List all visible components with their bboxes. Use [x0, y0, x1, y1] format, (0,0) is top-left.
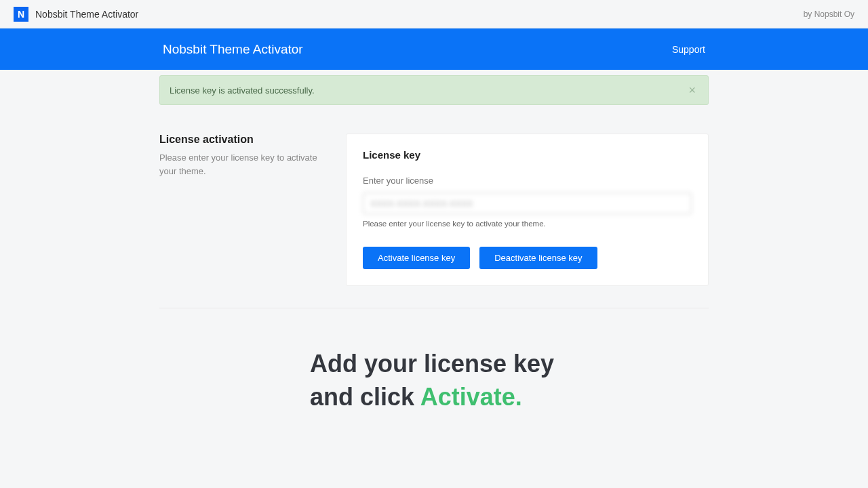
success-alert: License key is activated successfully. ×: [159, 75, 709, 105]
alert-message: License key is activated successfully.: [170, 85, 315, 96]
license-card: License key Enter your license Please en…: [346, 134, 709, 286]
main-header-inner: Nobsbit Theme Activator Support: [163, 42, 705, 57]
activation-section: License activation Please enter your lic…: [159, 134, 709, 286]
license-help-text: Please enter your license key to activat…: [363, 220, 692, 228]
logo-letter: N: [18, 9, 24, 20]
license-field-label: Enter your license: [363, 176, 692, 186]
support-link[interactable]: Support: [672, 44, 705, 55]
app-title: Nobsbit Theme Activator: [35, 9, 138, 20]
activation-heading: License activation: [159, 134, 326, 146]
card-title: License key: [363, 149, 692, 161]
top-bar-left: N Nobsbit Theme Activator: [14, 7, 138, 22]
promo-line1: Add your license key: [310, 350, 554, 378]
button-row: Activate license key Deactivate license …: [363, 247, 692, 269]
page-title: Nobsbit Theme Activator: [163, 42, 303, 57]
alert-close-button[interactable]: ×: [686, 84, 698, 96]
app-logo-icon: N: [14, 7, 28, 22]
promo-section: Add your license key and click Activate.: [159, 308, 709, 413]
top-bar: N Nobsbit Theme Activator by Nopsbit Oy: [0, 0, 868, 28]
deactivate-button[interactable]: Deactivate license key: [479, 247, 597, 269]
vendor-label: by Nopsbit Oy: [804, 9, 854, 19]
content-wrapper: License key is activated successfully. ×…: [159, 70, 709, 413]
activation-description: Please enter your license key to activat…: [159, 151, 326, 178]
promo-line2-prefix: and click: [310, 383, 420, 411]
activation-info: License activation Please enter your lic…: [159, 134, 326, 286]
main-header: Nobsbit Theme Activator Support: [0, 28, 868, 70]
activate-button[interactable]: Activate license key: [363, 247, 470, 269]
license-input[interactable]: [363, 192, 692, 214]
promo-text: Add your license key and click Activate.: [310, 348, 709, 413]
promo-highlight: Activate.: [420, 383, 522, 411]
